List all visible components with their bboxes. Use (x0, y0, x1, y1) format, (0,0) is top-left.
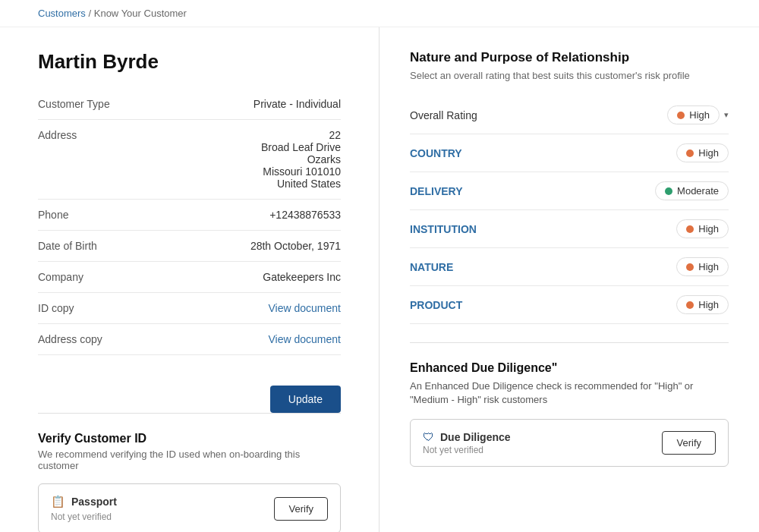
field-value: View document (159, 293, 341, 324)
institution-label[interactable]: INSTITUTION (410, 223, 477, 235)
table-row: Address copy View document (38, 324, 341, 355)
product-rating-row: PRODUCT High (410, 286, 729, 324)
id-copy-link[interactable]: View document (269, 302, 341, 314)
nature-section-subtitle: Select an overall rating that best suits… (410, 70, 729, 81)
nature-rating-row: NATURE High (410, 248, 729, 286)
field-value: 22Broad Leaf DriveOzarksMissouri 101010U… (159, 120, 341, 200)
overall-rating-badge: High (667, 105, 720, 124)
nature-label[interactable]: NATURE (410, 261, 453, 273)
chevron-down-icon[interactable]: ▾ (724, 110, 729, 120)
customer-info-table: Customer Type Private - Individual Addre… (38, 89, 341, 355)
institution-badge: High (676, 219, 729, 238)
update-button[interactable]: Update (270, 386, 341, 413)
delivery-rating-row: DELIVERY Moderate (410, 172, 729, 210)
address-copy-link[interactable]: View document (269, 333, 341, 345)
field-value: View document (159, 324, 341, 355)
field-value: Private - Individual (159, 89, 341, 120)
country-label[interactable]: COUNTRY (410, 147, 462, 159)
edd-section-subtitle: An Enhanced Due Diligence check is recom… (410, 379, 729, 407)
field-label: Customer Type (38, 89, 159, 120)
right-panel: Nature and Purpose of Relationship Selec… (380, 27, 759, 532)
badge-dot-high (677, 112, 685, 119)
institution-rating-row: INSTITUTION High (410, 210, 729, 248)
field-value: Gatekeepers Inc (159, 262, 341, 293)
breadcrumb-link[interactable]: Customers (38, 8, 86, 19)
table-row: Date of Birth 28th October, 1971 (38, 231, 341, 262)
table-row: Phone +12438876533 (38, 200, 341, 231)
passport-label: Passport (71, 496, 117, 508)
verify-section-title: Verify Customer ID (38, 432, 341, 445)
shield-icon: 🛡 (423, 430, 434, 443)
overall-rating-row: Overall Rating High ▾ (410, 96, 729, 134)
due-diligence-verify-button[interactable]: Verify (662, 431, 716, 455)
verify-section-subtitle: We recommend verifying the ID used when … (38, 449, 341, 471)
overall-rating-label: Overall Rating (410, 109, 477, 121)
field-value: +12438876533 (159, 200, 341, 231)
nature-badge: High (676, 257, 729, 276)
delivery-label[interactable]: DELIVERY (410, 185, 463, 197)
edd-section-title: Enhanced Due Diligence" (410, 361, 729, 375)
country-rating-row: COUNTRY High (410, 134, 729, 172)
field-label: Address copy (38, 324, 159, 355)
breadcrumb-current: Know Your Customer (94, 8, 187, 19)
product-label[interactable]: PRODUCT (410, 299, 462, 311)
delivery-badge: Moderate (655, 181, 729, 200)
field-label: Date of Birth (38, 231, 159, 262)
field-value: 28th October, 1971 (159, 231, 341, 262)
nature-section-title: Nature and Purpose of Relationship (410, 50, 729, 65)
due-diligence-status: Not yet verified (423, 445, 511, 455)
table-row: Customer Type Private - Individual (38, 89, 341, 120)
table-row: ID copy View document (38, 293, 341, 324)
breadcrumb-separator: / (88, 8, 93, 19)
passport-verify-button[interactable]: Verify (274, 497, 328, 521)
field-label: Company (38, 262, 159, 293)
verify-card-passport: 📋 Passport Not yet verified Verify (38, 483, 341, 532)
field-label: Address (38, 120, 159, 200)
due-diligence-card: 🛡 Due Diligence Not yet verified Verify (410, 419, 729, 467)
field-label: Phone (38, 200, 159, 231)
breadcrumb: Customers / Know Your Customer (0, 0, 759, 27)
due-diligence-label: Due Diligence (440, 431, 511, 443)
table-row: Company Gatekeepers Inc (38, 262, 341, 293)
product-badge: High (676, 295, 729, 314)
passport-icon: 📋 (51, 495, 65, 508)
passport-status: Not yet verified (51, 512, 112, 522)
table-row: Address 22Broad Leaf DriveOzarksMissouri… (38, 120, 341, 200)
customer-name: Martin Byrde (38, 50, 341, 74)
field-label: ID copy (38, 293, 159, 324)
country-badge: High (676, 143, 729, 162)
left-panel: Martin Byrde Customer Type Private - Ind… (0, 27, 380, 532)
